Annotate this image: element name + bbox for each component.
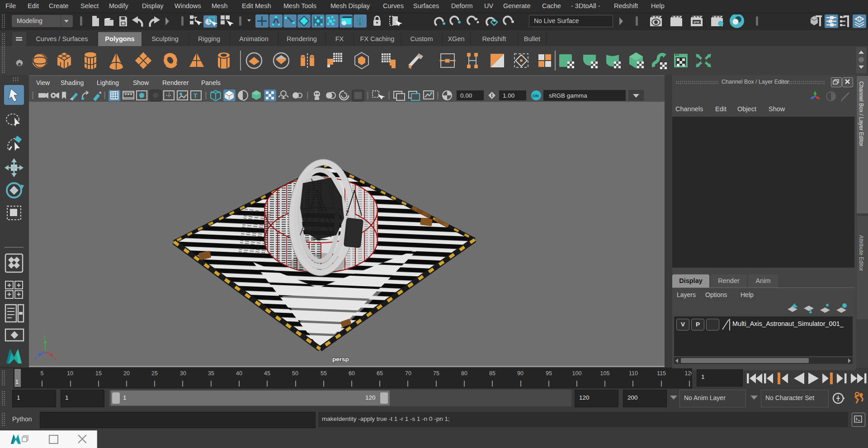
- svg-text:1.00: 1.00: [503, 92, 514, 99]
- svg-text:persp: persp: [332, 356, 349, 363]
- svg-text:ON: ON: [533, 94, 539, 98]
- svg-text:z: z: [34, 356, 37, 361]
- svg-text:x: x: [55, 356, 57, 361]
- svg-text:sRGB gamma: sRGB gamma: [549, 92, 587, 99]
- svg-text:?: ?: [357, 16, 363, 27]
- svg-text:0.00: 0.00: [460, 92, 472, 99]
- svg-text:IPR: IPR: [693, 20, 700, 24]
- svg-text:y: y: [43, 334, 46, 340]
- svg-text:T: T: [193, 92, 198, 99]
